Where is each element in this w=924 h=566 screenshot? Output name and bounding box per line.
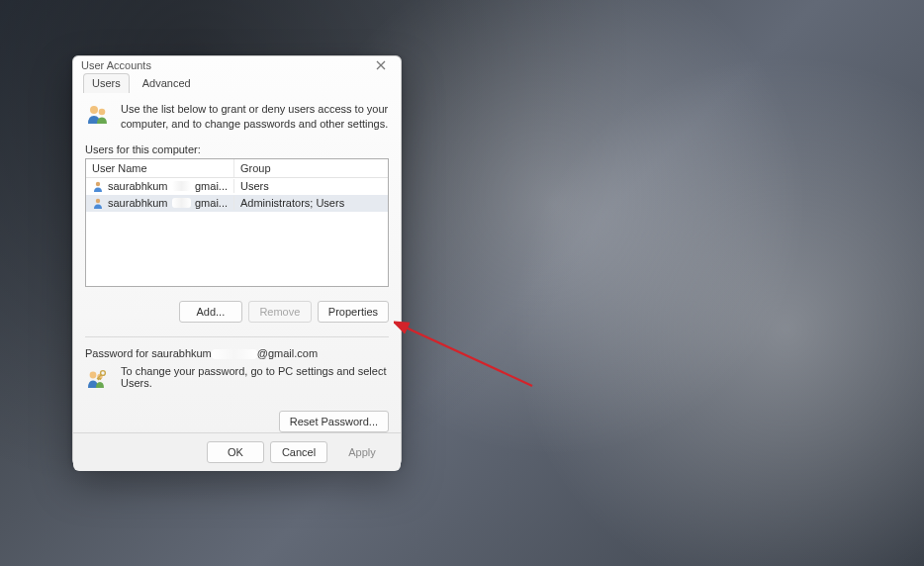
- list-button-row: Add... Remove Properties: [85, 301, 389, 323]
- list-label: Users for this computer:: [85, 143, 389, 155]
- dialog-footer: OK Cancel Apply: [73, 432, 401, 471]
- redacted-segment: [172, 181, 191, 191]
- password-for-prefix: Password for saurabhkum: [85, 347, 212, 359]
- window-title: User Accounts: [81, 59, 151, 71]
- username-prefix: saurabhkum: [108, 180, 168, 192]
- svg-line-7: [404, 327, 532, 386]
- redacted-segment: [212, 349, 257, 359]
- svg-point-0: [90, 106, 98, 114]
- tab-advanced[interactable]: Advanced: [134, 73, 200, 93]
- reset-password-button[interactable]: Reset Password...: [279, 411, 389, 432]
- intro-text: Use the list below to grant or deny user…: [121, 102, 389, 132]
- username-prefix: saurabhkum: [108, 197, 168, 209]
- column-header-group[interactable]: Group: [234, 159, 388, 177]
- cell-group: Users: [234, 179, 388, 193]
- svg-point-4: [90, 371, 97, 378]
- intro-row: Use the list below to grant or deny user…: [85, 102, 389, 132]
- tab-users[interactable]: Users: [83, 73, 130, 93]
- password-section: Password for saurabhkum@gmail.com: [85, 347, 389, 432]
- apply-button[interactable]: Apply: [333, 441, 391, 463]
- annotation-arrow-icon: [394, 317, 552, 416]
- tab-panel-users: Use the list below to grant or deny user…: [73, 92, 401, 432]
- table-row[interactable]: saurabhkum gmai... Users: [86, 178, 388, 195]
- password-hint-text: To change your password, go to PC settin…: [121, 365, 389, 389]
- users-listview[interactable]: User Name Group saurabhkum gmai... Users: [85, 158, 389, 287]
- user-icon: [92, 197, 104, 209]
- key-users-icon: [85, 365, 109, 393]
- password-for-label: Password for saurabhkum@gmail.com: [85, 347, 389, 359]
- password-for-suffix: @gmail.com: [257, 347, 318, 359]
- redacted-segment: [172, 198, 191, 208]
- tab-strip: Users Advanced: [73, 72, 401, 92]
- remove-button: Remove: [248, 301, 312, 323]
- username-suffix: gmai...: [195, 197, 228, 209]
- cancel-button[interactable]: Cancel: [270, 441, 327, 463]
- svg-point-3: [96, 199, 100, 203]
- user-icon: [92, 180, 104, 192]
- column-header-username[interactable]: User Name: [86, 159, 234, 177]
- ok-button[interactable]: OK: [207, 441, 264, 463]
- cell-username: saurabhkum gmai...: [86, 196, 234, 210]
- svg-point-1: [99, 109, 106, 116]
- cell-group: Administrators; Users: [234, 196, 388, 210]
- table-row[interactable]: saurabhkum gmai... Administrators; Users: [86, 195, 388, 212]
- add-button[interactable]: Add...: [179, 301, 242, 323]
- section-separator: [85, 336, 389, 337]
- desktop-background: User Accounts Users Advanced U: [0, 0, 924, 566]
- user-accounts-dialog: User Accounts Users Advanced U: [72, 55, 402, 466]
- svg-point-2: [96, 182, 100, 186]
- listview-header[interactable]: User Name Group: [86, 159, 388, 178]
- cell-username: saurabhkum gmai...: [86, 179, 234, 193]
- username-suffix: gmai...: [195, 180, 228, 192]
- properties-button[interactable]: Properties: [318, 301, 389, 323]
- users-icon: [85, 102, 111, 132]
